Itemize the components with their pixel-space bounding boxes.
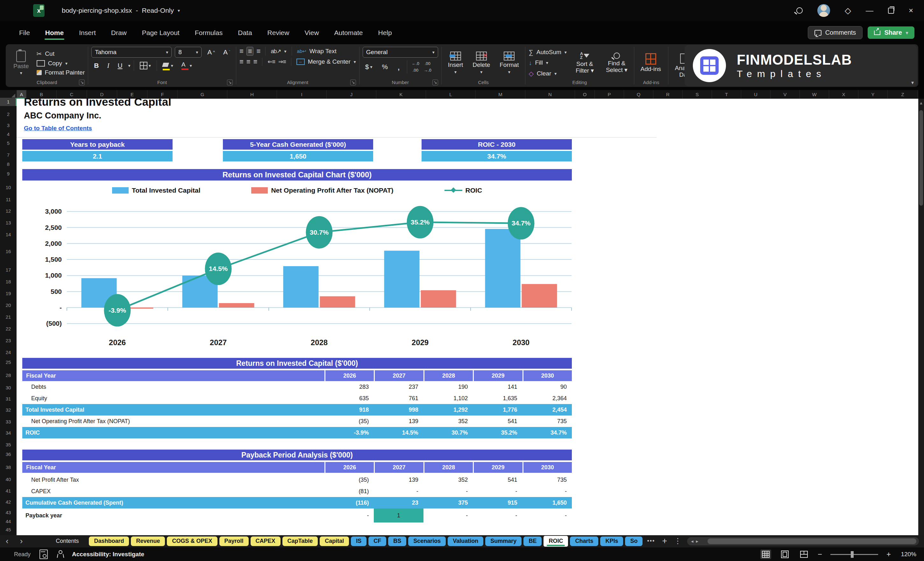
row-header-22[interactable]: 22 xyxy=(0,325,16,333)
table-cell[interactable]: 141 xyxy=(473,381,522,393)
column-header-W[interactable]: W xyxy=(800,90,829,99)
alignment-dialog-launcher[interactable]: ↘ xyxy=(350,80,356,86)
column-header-L[interactable]: L xyxy=(426,90,476,99)
table-cell[interactable]: (35) xyxy=(324,416,374,427)
row-header-3[interactable]: 3 xyxy=(0,121,16,130)
table-row[interactable]: ROIC-3.9%14.5%30.7%35.2%34.7% xyxy=(22,427,572,438)
table-cell[interactable]: 2,454 xyxy=(522,404,572,416)
sheet-tab-cf[interactable]: CF xyxy=(368,537,386,546)
bar-total-invested-capital[interactable] xyxy=(284,266,319,308)
bold-button[interactable]: B xyxy=(92,61,101,70)
column-header-Q[interactable]: Q xyxy=(624,90,653,99)
font-name-select[interactable]: Tahoma▾ xyxy=(92,47,172,58)
fill-button[interactable]: ↓Fill▾ xyxy=(528,59,566,66)
ribbon-tab-help[interactable]: Help xyxy=(372,26,398,40)
excel-app-icon[interactable]: x xyxy=(33,4,45,17)
kpi-value[interactable]: 1,650 xyxy=(223,151,373,161)
column-header-U[interactable]: U xyxy=(741,90,771,99)
sheet-menu-icon[interactable]: ⋮ xyxy=(674,537,681,545)
table-cell[interactable]: 1,650 xyxy=(522,497,572,508)
comments-button[interactable]: Comments xyxy=(808,26,863,39)
row-header-2[interactable]: 2 xyxy=(0,110,16,118)
sheet-tab-contents[interactable]: Contents xyxy=(48,537,87,546)
table-row[interactable]: Total Invested Capital9189981,2921,7762,… xyxy=(22,404,572,416)
autosum-button[interactable]: ∑AutoSum▾ xyxy=(528,49,566,56)
decrease-font-button[interactable]: Aˇ xyxy=(220,48,233,57)
table-cell[interactable]: 541 xyxy=(473,474,522,486)
column-header-H[interactable]: H xyxy=(227,90,277,99)
zoom-in-button[interactable]: + xyxy=(886,550,891,559)
column-header-M[interactable]: M xyxy=(476,90,525,99)
table-row[interactable]: Cumulative Cash Generated (Spent)(116)23… xyxy=(22,497,572,508)
column-header-O[interactable]: O xyxy=(575,90,595,99)
row-header-10[interactable]: 10 xyxy=(0,183,16,192)
macro-record-icon[interactable] xyxy=(39,549,48,559)
table-cell[interactable]: 1 xyxy=(374,508,423,522)
select-all-corner[interactable] xyxy=(0,90,17,99)
sheet-tab-bs[interactable]: BS xyxy=(388,537,406,546)
row-header-16[interactable]: 16 xyxy=(0,248,16,256)
row-header-43[interactable]: 43 xyxy=(0,508,16,517)
decrease-decimal-button[interactable]: .00→.0 xyxy=(424,60,431,74)
underline-button[interactable]: U xyxy=(115,61,125,70)
sort-filter-button[interactable]: AZ Sort &Filter ▾ xyxy=(573,52,597,74)
table-cell[interactable]: 283 xyxy=(324,381,374,393)
row-header-19[interactable]: 19 xyxy=(0,290,16,298)
column-header-Z[interactable]: Z xyxy=(888,90,918,99)
minimize-button[interactable]: — xyxy=(866,7,873,14)
normal-view-button[interactable] xyxy=(760,549,771,559)
row-header-24[interactable]: 24 xyxy=(0,348,16,357)
sheet-tab-captable[interactable]: CapTable xyxy=(282,537,318,546)
row-header-13[interactable]: 13 xyxy=(0,219,16,227)
row-header-12[interactable]: 12 xyxy=(0,207,16,215)
font-dialog-launcher[interactable]: ↘ xyxy=(227,80,233,86)
align-top-icon[interactable]: ≡ xyxy=(240,47,243,56)
orientation-button[interactable]: ab↗ xyxy=(271,48,281,55)
zoom-slider[interactable] xyxy=(830,554,878,555)
underline-dropdown-icon[interactable]: ▾ xyxy=(128,63,130,68)
row-header-20[interactable]: 20 xyxy=(0,301,16,309)
table-cell[interactable]: -3.9% xyxy=(324,427,374,438)
row-header-33[interactable]: 33 xyxy=(0,418,16,426)
bar-nopat[interactable] xyxy=(219,303,254,308)
ribbon-tab-review[interactable]: Review xyxy=(261,26,296,40)
table-cell[interactable]: - xyxy=(522,508,572,522)
row-header-8[interactable]: 8 xyxy=(0,160,16,168)
bar-total-invested-capital[interactable] xyxy=(384,250,420,308)
table-cell[interactable]: 139 xyxy=(374,474,423,486)
column-header-T[interactable]: T xyxy=(712,90,741,99)
sheet-tab-valuation[interactable]: Valuation xyxy=(448,537,483,546)
copy-button[interactable]: Copy▾ xyxy=(37,60,85,67)
table-cell[interactable]: 915 xyxy=(473,497,522,508)
ribbon-tab-page-layout[interactable]: Page Layout xyxy=(136,26,186,40)
zoom-slider-thumb[interactable] xyxy=(851,551,854,558)
row-header-44[interactable]: 44 xyxy=(0,518,16,526)
row-header-5[interactable]: 5 xyxy=(0,139,16,147)
sheet-tab-summary[interactable]: Summary xyxy=(485,537,522,546)
column-header-V[interactable]: V xyxy=(771,90,800,99)
table-cell[interactable]: 635 xyxy=(324,393,374,404)
ribbon-tab-automate[interactable]: Automate xyxy=(328,26,369,40)
table-cell[interactable]: - xyxy=(374,486,423,497)
paste-button[interactable]: Paste ▾ xyxy=(9,51,33,75)
percent-format-button[interactable]: % xyxy=(380,62,391,71)
bar-total-invested-capital[interactable] xyxy=(485,229,520,308)
clipboard-dialog-launcher[interactable]: ↘ xyxy=(79,80,85,86)
table-cell[interactable]: - xyxy=(473,508,522,522)
sheet-tab-cogs-opex[interactable]: COGS & OPEX xyxy=(167,537,217,546)
table-row[interactable]: Equity6357611,1021,6352,364 xyxy=(22,393,572,404)
sheet-nav-next-icon[interactable]: › xyxy=(14,536,28,546)
table-cell[interactable]: - xyxy=(473,486,522,497)
table-row[interactable]: Net Operating Profit After Tax (NOPAT)(3… xyxy=(22,416,572,427)
cut-button[interactable]: ✂Cut xyxy=(37,50,85,58)
table-cell[interactable]: 1,292 xyxy=(423,404,473,416)
increase-indent-icon[interactable]: ⇒≡ xyxy=(278,58,286,65)
table-cell[interactable]: 190 xyxy=(423,381,473,393)
title-dropdown-icon[interactable]: ▾ xyxy=(178,8,180,13)
ribbon-tab-view[interactable]: View xyxy=(298,26,325,40)
bar-nopat[interactable] xyxy=(320,296,356,308)
table-cell[interactable]: 90 xyxy=(522,381,572,393)
font-color-button[interactable]: A▾ xyxy=(179,60,195,70)
sheet-tab-be[interactable]: BE xyxy=(524,537,542,546)
table-row[interactable]: Net Profit After Tax(35)139352541735 xyxy=(22,474,572,486)
